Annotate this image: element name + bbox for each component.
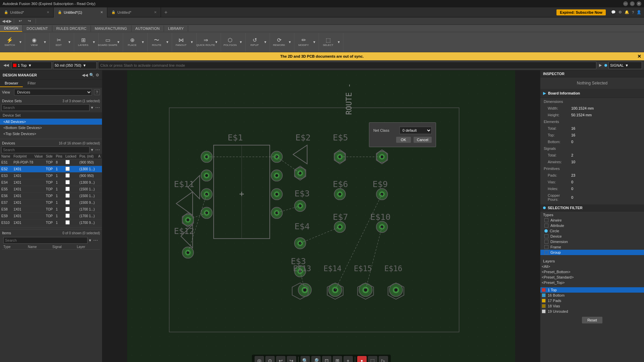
view-button[interactable]: ◉ VIEW: [27, 36, 41, 49]
frame-checkbox[interactable]: [544, 245, 548, 249]
table-row[interactable]: ES4 1X01 TOP 1 (1300 9...): [0, 179, 102, 186]
route-button[interactable]: 〜 ROUTE: [150, 36, 164, 49]
airwire-checkbox[interactable]: [544, 218, 548, 222]
layer-preset-bottom[interactable]: <Preset_Bottom>: [540, 269, 644, 275]
locked-checkbox[interactable]: [65, 167, 70, 171]
place-button[interactable]: ⊕ PLACE: [125, 36, 139, 49]
command-input[interactable]: [98, 62, 596, 69]
canvas-btn-ring[interactable]: ⊙: [265, 356, 275, 362]
polygon-dropdown[interactable]: ▼: [238, 36, 244, 49]
search-dropdown-1[interactable]: ▼: [90, 106, 94, 110]
devices-more-btn[interactable]: ⋯: [95, 147, 101, 153]
toolbar-tab-document[interactable]: DOCUMENT: [22, 25, 52, 32]
browser-tab[interactable]: Browser: [0, 80, 23, 87]
boardshape-button[interactable]: ▭ BOARD SHAPE: [101, 36, 115, 49]
fanout-button[interactable]: ⋈ FANOUT: [174, 36, 188, 49]
layer-18-vias[interactable]: 18 Vias: [540, 303, 644, 309]
switch-button[interactable]: ⚡ SWITCH: [3, 36, 17, 49]
nav-forward-btn[interactable]: ▶: [598, 63, 603, 67]
layer-1-top[interactable]: 1 Top: [540, 287, 644, 293]
table-row[interactable]: ES6 1X01 TOP 1 (1500 1...): [0, 193, 102, 199]
help-icon[interactable]: ?: [632, 10, 634, 14]
tab-1[interactable]: 🔒 Untitled* ✕: [0, 7, 54, 17]
tab2-close-icon[interactable]: ✕: [100, 10, 103, 14]
tab1-close-icon[interactable]: ✕: [47, 10, 49, 14]
panel-filter-btn[interactable]: ⚙: [96, 73, 99, 77]
layer-preset-top[interactable]: <Preset_Top>: [540, 280, 644, 285]
fanout-dropdown[interactable]: ▼: [189, 36, 195, 49]
quickroute-dropdown[interactable]: ▼: [213, 36, 219, 49]
device-set-all[interactable]: <All Devices>: [0, 119, 102, 125]
table-row[interactable]: ES7 1X01 TOP 1 (1500 9...): [0, 199, 102, 206]
locked-checkbox[interactable]: [65, 200, 70, 204]
layer-all[interactable]: <All>: [540, 264, 644, 269]
locked-checkbox[interactable]: [65, 173, 70, 178]
pcb-canvas[interactable]: + E$1: [102, 70, 540, 362]
edit-button[interactable]: ✂ EDIT: [52, 36, 66, 49]
ripup-dropdown[interactable]: ▼: [262, 36, 268, 49]
locked-checkbox[interactable]: [65, 193, 70, 198]
device-sets-more-btn[interactable]: ⋯: [95, 105, 101, 110]
select-dropdown[interactable]: ▼: [336, 36, 342, 49]
toolbar-tab-library[interactable]: LIBRARY: [164, 25, 188, 32]
attribute-checkbox[interactable]: [544, 224, 548, 228]
items-search-dropdown[interactable]: ▼: [88, 238, 92, 242]
toolbar-tab-rules[interactable]: RULES DRC/ERC: [52, 25, 91, 32]
sync-warning-close[interactable]: ✕: [637, 54, 641, 59]
layer-16-bottom[interactable]: 16 Bottom: [540, 293, 644, 298]
canvas-btn-redo[interactable]: ↪: [287, 356, 296, 362]
modify-button[interactable]: ✏ MODIFY: [297, 36, 311, 49]
view-dropdown[interactable]: ▼: [42, 36, 48, 49]
table-row[interactable]: ES8 1X01 TOP 1 (1700 1...): [0, 206, 102, 213]
toolbar-tab-design[interactable]: DESIGN: [0, 25, 22, 32]
reset-button[interactable]: Reset: [582, 317, 602, 323]
table-row[interactable]: ES1 P(R-PDIP-T8) TOP 8 (900 950): [0, 159, 102, 166]
boardshape-dropdown[interactable]: ▼: [115, 36, 121, 49]
close-button[interactable]: ✕: [637, 1, 641, 6]
netclass-cancel-button[interactable]: Cancel: [414, 137, 432, 143]
board-info-header[interactable]: ▶ Board Information: [540, 89, 644, 98]
view-help-btn[interactable]: ?: [94, 89, 100, 95]
filter-attribute[interactable]: Attribute: [540, 223, 644, 228]
device-sets-search[interactable]: [1, 104, 90, 111]
redo-btn[interactable]: ↪: [25, 18, 34, 24]
tab3-close-icon[interactable]: ✕: [154, 10, 157, 14]
switch-dropdown[interactable]: ▼: [17, 36, 23, 49]
table-row[interactable]: ES3 1X01 TOP 1 (900 950): [0, 173, 102, 179]
canvas-btn-dot[interactable]: ◎: [255, 356, 264, 362]
devices-search[interactable]: [1, 146, 90, 153]
locked-checkbox[interactable]: [65, 207, 70, 211]
add-tab-button[interactable]: +: [161, 9, 171, 15]
filter-tab[interactable]: Filter: [23, 80, 40, 87]
locked-checkbox[interactable]: [65, 214, 70, 218]
ripup-button[interactable]: ↺ RIPUP: [248, 36, 262, 49]
group-checkbox[interactable]: [544, 250, 548, 254]
layer-selector[interactable]: 1 Top ▼: [11, 62, 52, 69]
route-dropdown[interactable]: ▼: [164, 36, 170, 49]
panel-search-btn[interactable]: 🔍: [89, 73, 94, 77]
locked-checkbox[interactable]: [65, 180, 70, 184]
tab-3[interactable]: 🔒 Untitled* ✕: [107, 7, 161, 17]
canvas-btn-add[interactable]: +: [343, 356, 353, 362]
filter-device[interactable]: Device: [540, 234, 644, 239]
items-more-btn[interactable]: ⋯: [93, 238, 99, 243]
dimension-checkbox[interactable]: [544, 240, 548, 244]
search-dropdown-2[interactable]: ▼: [90, 148, 94, 152]
locked-checkbox[interactable]: [65, 187, 70, 191]
canvas-btn-sel[interactable]: ⬚: [368, 356, 377, 362]
filter-airwire[interactable]: Airwire: [540, 218, 644, 223]
toolbar-tab-auto[interactable]: AUTOMATION: [131, 25, 164, 32]
undo-btn[interactable]: ↩: [16, 18, 24, 24]
table-row[interactable]: ES10 1X01 TOP 1 (1700 9...): [0, 220, 102, 226]
items-search[interactable]: [3, 237, 88, 244]
comment-icon[interactable]: 💬: [611, 10, 616, 14]
layers-dropdown[interactable]: ▼: [91, 36, 97, 49]
netclass-ok-button[interactable]: OK: [396, 137, 411, 143]
nav-back-btn[interactable]: ◀◀: [2, 63, 10, 67]
fwd-btn[interactable]: ▶: [9, 19, 12, 23]
settings-icon[interactable]: ⚙: [619, 10, 622, 14]
filter-group[interactable]: Group: [540, 250, 644, 255]
canvas-btn-zoom-box[interactable]: ⊡: [322, 356, 331, 362]
device-set-top[interactable]: <Top Side Devices>: [0, 131, 102, 137]
pcb-canvas-area[interactable]: + E$1: [102, 70, 540, 362]
